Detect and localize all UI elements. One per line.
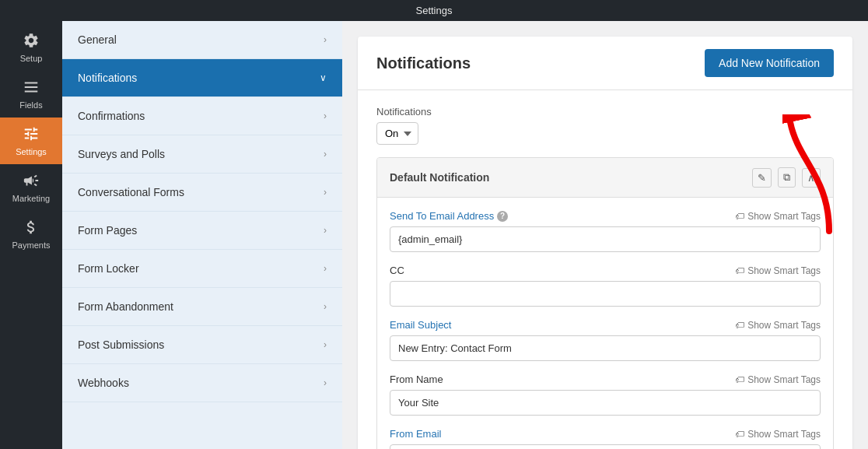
email-subject-header: Email Subject 🏷 Show Smart Tags xyxy=(390,319,821,331)
collapse-notification-button[interactable]: ∧ xyxy=(802,168,821,188)
panel-body: Notifications On Off Default Notificatio… xyxy=(358,90,852,449)
sidebar-item-fields[interactable]: Fields xyxy=(0,71,62,118)
nav-label-confirmations: Confirmations xyxy=(78,110,145,122)
send-to-email-row: Send To Email Address ? 🏷 Show Smart Tag… xyxy=(390,210,821,252)
marketing-label: Marketing xyxy=(12,194,50,203)
page-title: Settings xyxy=(416,5,453,16)
settings-label: Settings xyxy=(16,147,47,156)
nav-label-form-locker: Form Locker xyxy=(78,262,139,275)
nav-label-general: General xyxy=(78,33,117,46)
nav-sidebar: General › Notifications ∨ Confirmations … xyxy=(62,21,342,449)
nav-item-surveys-polls[interactable]: Surveys and Polls › xyxy=(62,135,342,174)
tag-icon: 🏷 xyxy=(735,374,744,385)
icon-sidebar: Setup Fields Settings xyxy=(0,21,62,449)
nav-label-webhooks: Webhooks xyxy=(78,377,129,389)
nav-label-form-pages: Form Pages xyxy=(78,224,137,237)
chevron-right-icon: › xyxy=(324,301,327,312)
notifications-toggle-row: Notifications On Off xyxy=(376,106,834,145)
send-to-email-input[interactable] xyxy=(390,226,821,252)
show-smart-tags-from-email[interactable]: 🏷 Show Smart Tags xyxy=(735,429,821,440)
nav-item-general[interactable]: General › xyxy=(62,21,342,59)
panel-title: Notifications xyxy=(376,54,471,72)
send-to-email-label-text: Send To Email Address xyxy=(390,210,494,222)
notifications-panel: Notifications Add New Notification Notif… xyxy=(358,37,852,449)
cc-row: CC 🏷 Show Smart Tags xyxy=(390,265,821,307)
sidebar-item-payments[interactable]: Payments xyxy=(0,211,62,258)
chevron-right-icon: › xyxy=(324,225,327,236)
cc-input[interactable] xyxy=(390,281,821,307)
nav-item-confirmations[interactable]: Confirmations › xyxy=(62,97,342,135)
from-email-header: From Email 🏷 Show Smart Tags xyxy=(390,428,821,440)
show-smart-tags-from-name[interactable]: 🏷 Show Smart Tags xyxy=(735,374,821,385)
show-smart-tags-email[interactable]: 🏷 Show Smart Tags xyxy=(735,211,821,222)
setup-label: Setup xyxy=(20,54,43,63)
email-subject-row: Email Subject 🏷 Show Smart Tags xyxy=(390,319,821,361)
from-name-input[interactable] xyxy=(390,390,821,416)
show-smart-tags-cc[interactable]: 🏷 Show Smart Tags xyxy=(735,265,821,276)
from-email-row: From Email 🏷 Show Smart Tags xyxy=(390,428,821,449)
nav-item-notifications[interactable]: Notifications ∨ xyxy=(62,59,342,97)
notification-card-header: Default Notification ✎ ⧉ ∧ xyxy=(377,158,833,198)
sidebar-item-marketing[interactable]: Marketing xyxy=(0,164,62,211)
copy-icon: ⧉ xyxy=(783,171,790,184)
chevron-down-icon: ∨ xyxy=(320,72,327,83)
email-subject-input[interactable] xyxy=(390,335,821,361)
nav-item-post-submissions[interactable]: Post Submissions › xyxy=(62,326,342,364)
megaphone-icon xyxy=(23,172,40,191)
copy-notification-button[interactable]: ⧉ xyxy=(778,167,796,188)
chevron-right-icon: › xyxy=(324,34,327,45)
tag-icon: 🏷 xyxy=(735,265,744,276)
notifications-select[interactable]: On Off xyxy=(376,122,418,145)
edit-notification-button[interactable]: ✎ xyxy=(752,168,772,188)
sidebar-item-settings[interactable]: Settings xyxy=(0,118,62,164)
default-notification-card: Default Notification ✎ ⧉ ∧ xyxy=(376,157,834,449)
sliders-icon xyxy=(23,125,40,144)
nav-label-notifications: Notifications xyxy=(78,72,137,84)
send-to-email-header: Send To Email Address ? 🏷 Show Smart Tag… xyxy=(390,210,821,222)
send-to-email-label: Send To Email Address ? xyxy=(390,210,508,222)
notification-card-title: Default Notification xyxy=(390,171,489,184)
pencil-icon: ✎ xyxy=(758,172,766,184)
from-email-input[interactable] xyxy=(390,444,821,449)
from-name-header: From Name 🏷 Show Smart Tags xyxy=(390,374,821,385)
chevron-right-icon: › xyxy=(324,149,327,160)
email-subject-label: Email Subject xyxy=(390,319,451,331)
chevron-right-icon: › xyxy=(324,110,327,121)
add-new-notification-button[interactable]: Add New Notification xyxy=(705,49,834,77)
from-name-row: From Name 🏷 Show Smart Tags xyxy=(390,374,821,416)
nav-item-form-locker[interactable]: Form Locker › xyxy=(62,250,342,288)
tag-icon: 🏷 xyxy=(735,429,744,440)
gear-icon xyxy=(23,32,40,51)
cc-header: CC 🏷 Show Smart Tags xyxy=(390,265,821,276)
nav-item-form-abandonment[interactable]: Form Abandonment › xyxy=(62,288,342,326)
chevron-right-icon: › xyxy=(324,187,327,198)
notifications-toggle: On Off xyxy=(376,122,834,145)
top-bar: Settings xyxy=(0,0,868,21)
nav-item-form-pages[interactable]: Form Pages › xyxy=(62,212,342,250)
nav-item-webhooks[interactable]: Webhooks › xyxy=(62,364,342,402)
nav-item-conversational-forms[interactable]: Conversational Forms › xyxy=(62,174,342,212)
notification-card-body: Send To Email Address ? 🏷 Show Smart Tag… xyxy=(377,198,833,449)
nav-label-surveys-polls: Surveys and Polls xyxy=(78,148,165,160)
show-smart-tags-subject[interactable]: 🏷 Show Smart Tags xyxy=(735,320,821,331)
notifications-toggle-label: Notifications xyxy=(376,106,834,118)
payments-label: Payments xyxy=(12,240,51,250)
sidebar-item-setup[interactable]: Setup xyxy=(0,24,62,71)
nav-label-post-submissions: Post Submissions xyxy=(78,339,164,351)
tag-icon: 🏷 xyxy=(735,211,744,222)
fields-icon xyxy=(23,79,40,97)
cc-label: CC xyxy=(390,265,404,276)
panel-header: Notifications Add New Notification xyxy=(358,37,852,90)
nav-label-form-abandonment: Form Abandonment xyxy=(78,300,173,313)
help-icon[interactable]: ? xyxy=(497,211,508,222)
chevron-right-icon: › xyxy=(324,263,327,274)
chevron-right-icon: › xyxy=(324,377,327,388)
content-area: Notifications Add New Notification Notif… xyxy=(342,21,868,449)
tag-icon: 🏷 xyxy=(735,320,744,331)
card-actions: ✎ ⧉ ∧ xyxy=(752,167,821,188)
from-email-label: From Email xyxy=(390,428,441,440)
from-name-label: From Name xyxy=(390,374,443,385)
chevron-up-icon: ∧ xyxy=(807,172,815,184)
nav-label-conversational-forms: Conversational Forms xyxy=(78,186,184,198)
dollar-icon xyxy=(23,219,40,237)
